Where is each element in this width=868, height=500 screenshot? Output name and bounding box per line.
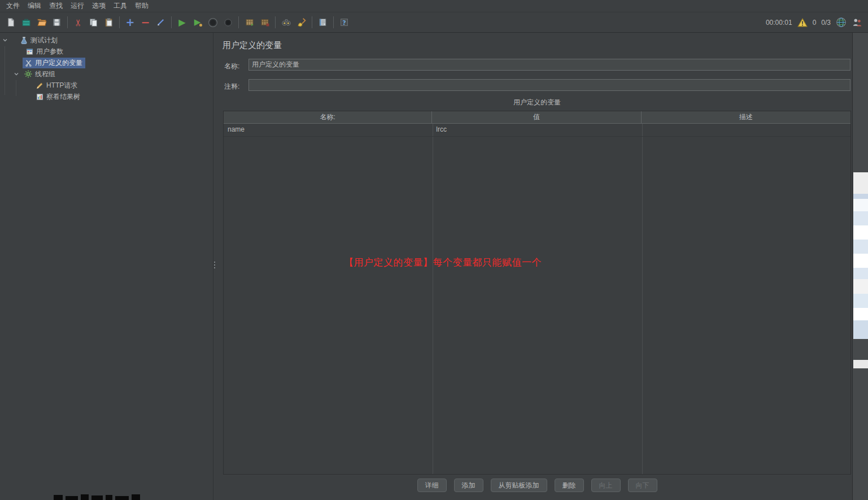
name-label: 名称: [224, 62, 239, 71]
table-actions: 详细 添加 从剪贴板添加 删除 向上 向下 [223, 478, 851, 493]
toolbar-separator [119, 16, 120, 28]
shutdown-icon[interactable] [220, 15, 235, 30]
menu-tools[interactable]: 工具 [110, 0, 131, 12]
tree-item-label: 察看结果树 [46, 92, 80, 102]
add-icon[interactable]: + [123, 15, 138, 30]
tree-item-label: 线程组 [35, 69, 55, 79]
column-divider [642, 124, 643, 474]
paste-icon[interactable] [101, 15, 116, 30]
row-divider [224, 136, 850, 137]
move-down-button[interactable]: 向下 [628, 479, 657, 492]
column-header-description[interactable]: 描述 [642, 111, 850, 124]
add-from-clipboard-button[interactable]: 从剪贴板添加 [491, 479, 547, 492]
name-input[interactable] [248, 59, 850, 71]
cell-description[interactable] [642, 124, 850, 136]
save-icon[interactable] [49, 15, 64, 30]
variables-table: 名称: 值 描述 name lrcc 【用户定义的变量】每个变量都只能赋值一个 [223, 111, 851, 475]
remote-stop-icon[interactable] [257, 15, 272, 30]
user-defined-variables-icon [24, 58, 33, 67]
toolbar-separator [171, 16, 172, 28]
toolbar: ✂ + − ▶ ▶ ? 00:00:01 0 0/3 [0, 12, 868, 33]
jmeter-window: 文件 编辑 查找 运行 选项 工具 帮助 ✂ + − ▶ ▶ ? [0, 0, 868, 500]
test-plan-tree: 测试计划 用户参数 用户定义的变量 线程组 HTT [0, 33, 213, 500]
toolbar-status: 00:00:01 0 0/3 [766, 17, 862, 28]
background-window-fragment [54, 494, 155, 500]
main-panel: 用户定义的变量 名称: 注释: 用户定义的变量 名称: 值 描述 name lr… [215, 33, 852, 500]
clear-icon[interactable] [294, 15, 309, 30]
test-plan-icon [19, 36, 28, 45]
detail-button[interactable]: 详细 [417, 479, 447, 492]
tree-item-label: 测试计划 [30, 36, 58, 45]
toolbar-separator [275, 16, 276, 28]
comment-input[interactable] [248, 79, 850, 91]
users-icon[interactable] [852, 18, 862, 27]
search-icon[interactable] [278, 15, 294, 30]
add-button[interactable]: 添加 [454, 479, 483, 492]
toolbar-separator [238, 16, 239, 28]
menu-run[interactable]: 运行 [67, 0, 88, 12]
table-title: 用户定义的变量 [223, 98, 851, 107]
cell-value[interactable]: lrcc [432, 124, 641, 136]
svg-text:?: ? [342, 19, 346, 27]
page-title: 用户定义的变量 [223, 40, 282, 51]
remote-hosts-icon[interactable] [836, 17, 847, 28]
tree-item-view-results-tree[interactable]: 察看结果树 [0, 91, 213, 102]
elapsed-timer: 00:00:01 [766, 19, 792, 27]
templates-icon[interactable] [19, 15, 34, 30]
tree-item-label: 用户定义的变量 [35, 58, 82, 68]
delete-button[interactable]: 删除 [555, 479, 584, 492]
warning-icon[interactable] [797, 18, 808, 27]
user-parameters-icon [25, 47, 34, 56]
table-header: 名称: 值 描述 [224, 111, 850, 124]
toolbar-separator [67, 16, 68, 28]
tree-item-test-plan[interactable]: 测试计划 [0, 34, 213, 46]
background-window-sliver [852, 33, 868, 500]
chevron-down-icon[interactable] [1, 36, 9, 44]
new-file-icon[interactable] [3, 15, 19, 30]
tree-item-user-parameters[interactable]: 用户参数 [0, 46, 213, 57]
toolbar-separator [312, 16, 312, 28]
table-row[interactable]: name lrcc [224, 124, 850, 136]
menu-bar: 文件 编辑 查找 运行 选项 工具 帮助 [0, 0, 868, 12]
menu-options[interactable]: 选项 [88, 0, 110, 12]
start-icon[interactable]: ▶ [175, 15, 190, 30]
stop-icon[interactable] [205, 15, 220, 30]
function-helper-icon[interactable] [315, 15, 330, 30]
column-header-value[interactable]: 值 [432, 111, 641, 124]
menu-help[interactable]: 帮助 [131, 0, 152, 12]
error-count: 0 [813, 19, 817, 27]
column-divider [433, 124, 433, 474]
copy-icon[interactable] [86, 15, 101, 30]
thread-group-icon [24, 69, 33, 79]
cell-name[interactable]: name [224, 124, 432, 136]
toolbar-separator [333, 16, 334, 28]
http-request-icon [35, 81, 44, 90]
menu-edit[interactable]: 编辑 [24, 0, 45, 12]
column-header-name[interactable]: 名称: [224, 111, 432, 124]
thread-count: 0/3 [821, 19, 831, 27]
move-up-button[interactable]: 向上 [591, 479, 621, 492]
annotation-text: 【用户定义的变量】每个变量都只能赋值一个 [344, 256, 542, 269]
remote-start-icon[interactable] [242, 15, 257, 30]
view-results-tree-icon [35, 92, 44, 101]
comment-label: 注释: [224, 82, 239, 92]
tree-item-thread-group[interactable]: 线程组 [0, 68, 213, 80]
open-icon[interactable] [34, 15, 49, 30]
remove-icon[interactable]: − [138, 15, 153, 30]
menu-file[interactable]: 文件 [2, 0, 24, 12]
chevron-down-icon[interactable] [12, 70, 20, 78]
toggle-icon[interactable] [153, 15, 168, 30]
start-no-timers-icon[interactable]: ▶ [190, 15, 205, 30]
tree-item-http-request[interactable]: HTTP请求 [0, 80, 213, 91]
cut-icon[interactable]: ✂ [71, 15, 86, 30]
tree-item-label: 用户参数 [36, 47, 63, 56]
menu-search[interactable]: 查找 [45, 0, 67, 12]
help-icon[interactable]: ? [337, 15, 352, 30]
tree-item-user-defined-variables[interactable]: 用户定义的变量 [0, 57, 213, 68]
tree-item-label: HTTP请求 [46, 81, 77, 90]
